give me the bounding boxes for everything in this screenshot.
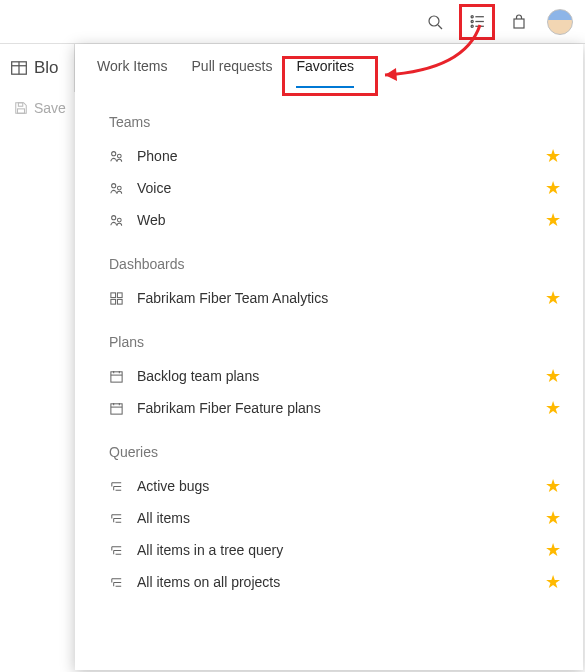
svg-rect-12: [18, 103, 22, 107]
star-icon[interactable]: ★: [545, 539, 561, 561]
favorite-item[interactable]: All items★: [109, 502, 561, 534]
favorite-item[interactable]: Fabrikam Fiber Feature plans★: [109, 392, 561, 424]
grid-icon: [10, 59, 28, 77]
favorite-item[interactable]: Voice★: [109, 172, 561, 204]
page-title: Blo: [34, 58, 59, 78]
page-header: Blo: [0, 44, 75, 92]
list-icon: [469, 13, 486, 30]
svg-point-17: [117, 186, 121, 190]
favorite-item-label: Fabrikam Fiber Team Analytics: [129, 290, 545, 306]
star-icon[interactable]: ★: [545, 209, 561, 231]
user-avatar[interactable]: [547, 9, 573, 35]
svg-rect-21: [117, 292, 122, 297]
save-label: Save: [34, 100, 66, 116]
query-icon: [109, 543, 129, 558]
svg-rect-23: [117, 299, 122, 304]
section-title: Queries: [109, 444, 561, 460]
section-title: Plans: [109, 334, 561, 350]
favorite-item-label: Active bugs: [129, 478, 545, 494]
star-icon[interactable]: ★: [545, 145, 561, 167]
favorite-item[interactable]: Backlog team plans★: [109, 360, 561, 392]
tab-work-items[interactable]: Work Items: [97, 58, 168, 88]
marketplace-button[interactable]: [501, 4, 537, 40]
star-icon[interactable]: ★: [545, 475, 561, 497]
favorite-item-label: Voice: [129, 180, 545, 196]
tab-favorites[interactable]: Favorites: [296, 58, 354, 88]
team-icon: [109, 213, 129, 228]
star-icon[interactable]: ★: [545, 177, 561, 199]
favorite-item-label: Backlog team plans: [129, 368, 545, 384]
shopping-bag-icon: [511, 14, 527, 30]
team-icon: [109, 181, 129, 196]
svg-line-1: [438, 25, 442, 29]
search-button[interactable]: [417, 4, 453, 40]
star-icon[interactable]: ★: [545, 397, 561, 419]
section-title: Teams: [109, 114, 561, 130]
star-icon[interactable]: ★: [545, 507, 561, 529]
favorites-flyout: Work Items Pull requests Favorites Teams…: [75, 44, 583, 670]
favorite-item[interactable]: Web★: [109, 204, 561, 236]
svg-rect-24: [111, 371, 122, 381]
dashboard-icon: [109, 291, 129, 306]
tab-pull-requests[interactable]: Pull requests: [192, 58, 273, 88]
svg-point-14: [112, 151, 116, 155]
favorites-list-button[interactable]: [459, 4, 495, 40]
svg-point-0: [429, 16, 439, 26]
search-icon: [427, 14, 443, 30]
favorite-item-label: All items: [129, 510, 545, 526]
favorite-item-label: Web: [129, 212, 545, 228]
query-icon: [109, 511, 129, 526]
star-icon[interactable]: ★: [545, 287, 561, 309]
favorite-item-label: Phone: [129, 148, 545, 164]
svg-point-19: [117, 218, 121, 222]
svg-point-2: [471, 16, 473, 18]
favorite-item[interactable]: Fabrikam Fiber Team Analytics★: [109, 282, 561, 314]
svg-rect-28: [111, 403, 122, 413]
svg-point-6: [471, 25, 473, 27]
svg-rect-22: [111, 299, 116, 304]
svg-point-4: [471, 20, 473, 22]
svg-point-15: [117, 154, 121, 158]
svg-rect-20: [111, 292, 116, 297]
team-icon: [109, 149, 129, 164]
favorite-item-label: Fabrikam Fiber Feature plans: [129, 400, 545, 416]
favorite-item[interactable]: Active bugs★: [109, 470, 561, 502]
favorite-item[interactable]: All items in a tree query★: [109, 534, 561, 566]
plan-icon: [109, 369, 129, 384]
favorite-item-label: All items on all projects: [129, 574, 545, 590]
query-icon: [109, 479, 129, 494]
svg-point-16: [112, 183, 116, 187]
favorite-item[interactable]: Phone★: [109, 140, 561, 172]
favorite-item-label: All items in a tree query: [129, 542, 545, 558]
svg-point-18: [112, 215, 116, 219]
svg-rect-13: [18, 109, 25, 113]
favorite-item[interactable]: All items on all projects★: [109, 566, 561, 598]
star-icon[interactable]: ★: [545, 365, 561, 387]
section-title: Dashboards: [109, 256, 561, 272]
save-button: Save: [0, 100, 75, 116]
save-icon: [14, 101, 28, 115]
star-icon[interactable]: ★: [545, 571, 561, 593]
plan-icon: [109, 401, 129, 416]
svg-rect-8: [514, 19, 524, 28]
query-icon: [109, 575, 129, 590]
